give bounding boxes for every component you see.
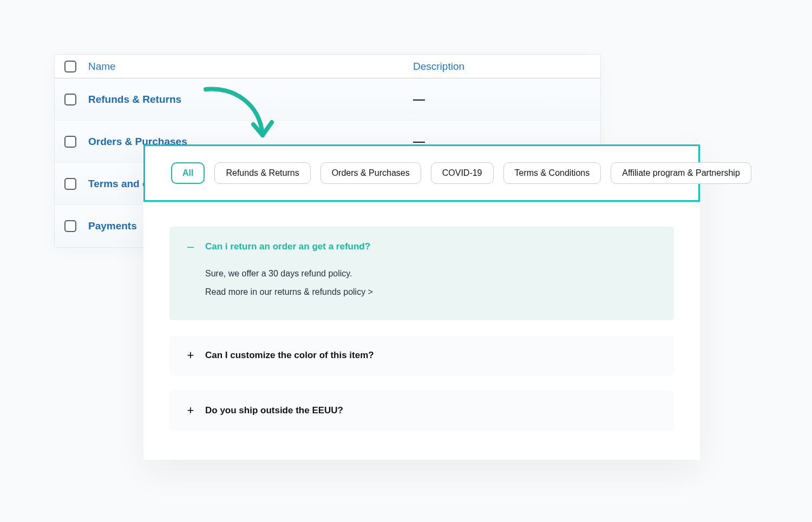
row-checkbox[interactable] bbox=[64, 220, 76, 232]
faq-item: + Do you ship outside the EEUU? bbox=[169, 391, 674, 431]
select-all-checkbox[interactable] bbox=[64, 61, 76, 72]
row-checkbox[interactable] bbox=[64, 94, 76, 105]
faq-question-toggle[interactable]: – Can i return an order an get a refund? bbox=[186, 241, 658, 253]
faq-question-text: Can I customize the color of this item? bbox=[205, 350, 374, 361]
table-header-row: Name Description bbox=[55, 55, 600, 78]
filter-pill-affiliate[interactable]: Affiliate program & Partnership bbox=[611, 162, 751, 184]
faq-item: – Can i return an order an get a refund?… bbox=[169, 227, 674, 320]
faq-answer-line: Sure, we offer a 30 days refund policy. bbox=[205, 265, 658, 283]
column-header-description[interactable]: Description bbox=[413, 61, 464, 72]
filter-pill-orders[interactable]: Orders & Purchases bbox=[320, 162, 421, 184]
table-row[interactable]: Refunds & Returns — bbox=[55, 78, 600, 121]
faq-answer: Sure, we offer a 30 days refund policy. … bbox=[205, 265, 658, 301]
filter-pill-all[interactable]: All bbox=[171, 162, 205, 184]
faq-preview-panel: All Refunds & Returns Orders & Purchases… bbox=[143, 144, 700, 460]
faq-list: – Can i return an order an get a refund?… bbox=[143, 202, 700, 460]
filter-pill-refunds[interactable]: Refunds & Returns bbox=[214, 162, 310, 184]
column-header-name[interactable]: Name bbox=[88, 61, 413, 72]
faq-item: + Can I customize the color of this item… bbox=[169, 335, 674, 375]
faq-question-toggle[interactable]: + Can I customize the color of this item… bbox=[186, 349, 658, 361]
faq-question-toggle[interactable]: + Do you ship outside the EEUU? bbox=[186, 405, 658, 417]
row-checkbox[interactable] bbox=[64, 136, 76, 148]
filter-pill-terms[interactable]: Terms & Conditions bbox=[503, 162, 601, 184]
category-filter-bar: All Refunds & Returns Orders & Purchases… bbox=[143, 144, 700, 202]
faq-question-text: Can i return an order an get a refund? bbox=[205, 241, 370, 252]
collapse-icon: – bbox=[186, 241, 195, 253]
expand-icon: + bbox=[186, 349, 195, 361]
row-description: — bbox=[413, 92, 425, 107]
faq-question-text: Do you ship outside the EEUU? bbox=[205, 405, 343, 416]
row-name-link[interactable]: Refunds & Returns bbox=[88, 94, 413, 105]
expand-icon: + bbox=[186, 405, 195, 417]
faq-answer-line: Read more in our returns & refunds polic… bbox=[205, 283, 658, 301]
filter-pill-covid[interactable]: COVID-19 bbox=[431, 162, 494, 184]
row-checkbox[interactable] bbox=[64, 178, 76, 190]
